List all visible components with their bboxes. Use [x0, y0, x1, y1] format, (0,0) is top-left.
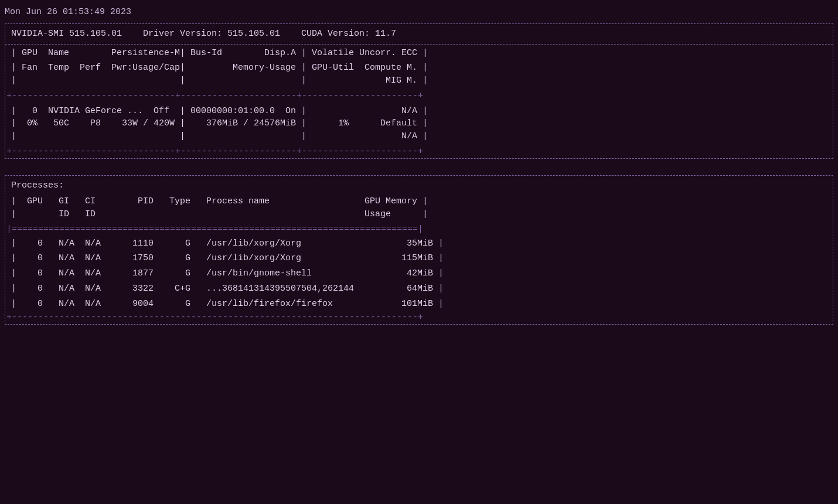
proc-row-1: | 0 N/A N/A 1750 G /usr/lib/xorg/Xorg 11… — [5, 251, 833, 266]
proc-row-2: | 0 N/A N/A 1877 G /usr/bin/gnome-shell … — [5, 266, 833, 281]
timestamp: Mon Jun 26 01:53:49 2023 — [5, 6, 833, 19]
separator-equals: +-------------------------------+-------… — [5, 90, 833, 103]
col-header-row2: | Fan Temp Perf Pwr:Usage/Cap| Memory-Us… — [5, 59, 833, 74]
footer-dashes: +-------------------------------+-------… — [5, 145, 833, 158]
proc-row-0: | 0 N/A N/A 1110 G /usr/lib/xorg/Xorg 35… — [5, 236, 833, 251]
proc-footer: +---------------------------------------… — [5, 311, 833, 324]
proc-separator: |=======================================… — [5, 223, 833, 236]
proc-row-3: | 0 N/A N/A 3322 C+G ...3681413143955075… — [5, 281, 833, 297]
gpu-row2: | 0% 50C P8 33W / 420W | 376MiB / 24576M… — [5, 117, 833, 130]
gpu-row3: | | | N/A | — [5, 130, 833, 145]
proc-row-4: | 0 N/A N/A 9004 G /usr/lib/firefox/fire… — [5, 297, 833, 312]
smi-block: NVIDIA-SMI 515.105.01 Driver Version: 51… — [5, 23, 833, 159]
processes-label: Processes: — [5, 176, 833, 195]
processes-block: Processes: | GPU GI CI PID Type Process … — [5, 175, 833, 325]
col-header-row1: | GPU Name Persistence-M| Bus-Id Disp.A … — [5, 45, 833, 60]
proc-col-header2: | ID ID Usage | — [5, 208, 833, 223]
proc-col-header1: | GPU GI CI PID Type Process name GPU Me… — [5, 194, 833, 208]
smi-header: NVIDIA-SMI 515.105.01 Driver Version: 51… — [5, 24, 833, 45]
col-header-row3: | | | MIG M. | — [5, 74, 833, 90]
gpu-row1: | 0 NVIDIA GeForce ... Off | 00000000:01… — [5, 103, 833, 118]
